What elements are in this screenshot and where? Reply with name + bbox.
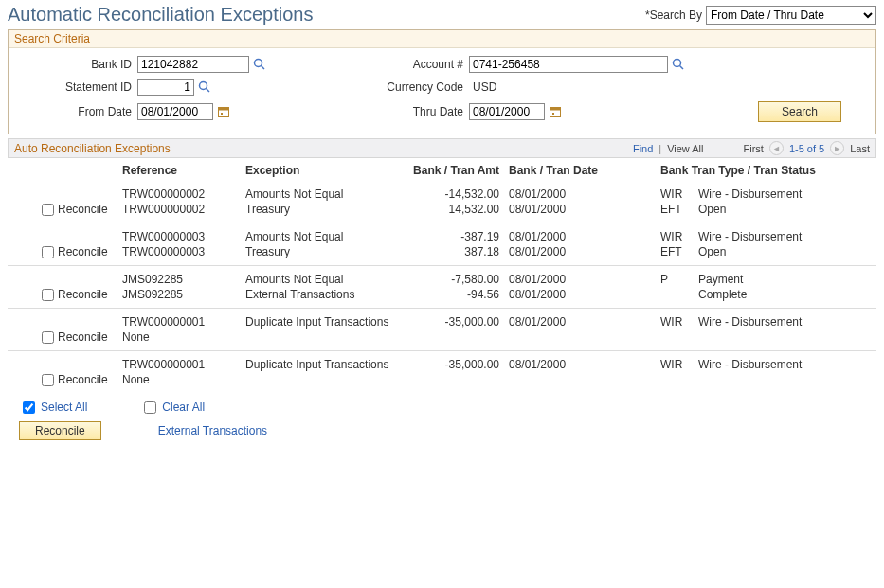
svg-point-0 bbox=[255, 60, 262, 67]
grid-view-all[interactable]: View All bbox=[667, 143, 703, 154]
cell-reference: TRW000000003 bbox=[122, 230, 245, 243]
reconcile-checkbox[interactable] bbox=[42, 374, 54, 386]
from-date-input[interactable] bbox=[137, 103, 213, 120]
grid-range: 1-5 of 5 bbox=[789, 143, 824, 154]
cell-amount: 387.18 bbox=[389, 245, 509, 258]
account-label: Account # bbox=[374, 58, 469, 71]
account-lookup-icon[interactable] bbox=[672, 58, 685, 71]
cell-exception: Amounts Not Equal bbox=[245, 230, 389, 243]
cell-date: 08/01/2000 bbox=[509, 230, 604, 243]
grid-find-link[interactable]: Find bbox=[633, 143, 653, 154]
external-transactions-link[interactable]: External Transactions bbox=[158, 424, 267, 437]
reconcile-checkbox[interactable] bbox=[42, 289, 54, 301]
cell-reference: JMS092285 bbox=[122, 273, 245, 286]
statement-id-input[interactable] bbox=[137, 79, 194, 96]
col-reference: Reference bbox=[122, 164, 245, 177]
cell-tran-type: WIR bbox=[660, 187, 698, 201]
cell-amount: -7,580.00 bbox=[389, 273, 509, 286]
search-by-label: *Search By bbox=[645, 9, 702, 22]
grid-next-icon: ► bbox=[830, 141, 844, 155]
svg-rect-8 bbox=[221, 113, 223, 115]
cell-tran-status: Payment bbox=[698, 273, 876, 286]
cell-exception: Amounts Not Equal bbox=[245, 273, 389, 286]
col-exception: Exception bbox=[245, 164, 389, 177]
cell-tran-type: EFT bbox=[660, 203, 698, 216]
select-all-checkbox[interactable] bbox=[23, 401, 35, 414]
bank-id-lookup-icon[interactable] bbox=[253, 58, 266, 71]
col-bank-tran-type-status: Bank Tran Type / Tran Status bbox=[660, 164, 876, 177]
exception-line: ReconcileNone bbox=[8, 330, 876, 345]
cell-reference: TRW000000003 bbox=[122, 245, 245, 258]
svg-point-2 bbox=[674, 60, 681, 67]
cell-reference: TRW000000002 bbox=[122, 187, 245, 201]
cell-tran-type: EFT bbox=[660, 245, 698, 258]
reconcile-label: Reconcile bbox=[58, 288, 108, 301]
from-date-label: From Date bbox=[14, 105, 137, 118]
cell-tran-type: WIR bbox=[660, 230, 698, 243]
reconcile-label: Reconcile bbox=[58, 203, 108, 216]
bank-id-input[interactable] bbox=[137, 56, 249, 73]
page-title: Automatic Reconciliation Exceptions bbox=[8, 4, 313, 26]
from-date-calendar-icon[interactable] bbox=[217, 105, 230, 118]
exception-group: TRW000000001Duplicate Input Transactions… bbox=[8, 309, 876, 351]
clear-all-link[interactable]: Clear All bbox=[162, 401, 205, 414]
reconcile-label: Reconcile bbox=[58, 245, 108, 258]
svg-line-1 bbox=[262, 66, 265, 70]
exception-group: TRW000000001Duplicate Input Transactions… bbox=[8, 351, 876, 393]
cell-amount: 14,532.00 bbox=[389, 203, 509, 216]
statement-id-lookup-icon[interactable] bbox=[198, 80, 211, 94]
cell-reference: None bbox=[122, 373, 245, 386]
cell-amount: -35,000.00 bbox=[389, 315, 509, 329]
cell-reference: TRW000000001 bbox=[122, 358, 245, 371]
cell-date: 08/01/2000 bbox=[509, 358, 604, 371]
select-all-link[interactable]: Select All bbox=[41, 401, 87, 414]
cell-reference: TRW000000002 bbox=[122, 203, 245, 216]
grid-title: Auto Reconciliation Exceptions bbox=[14, 142, 171, 155]
cell-date: 08/01/2000 bbox=[509, 315, 604, 329]
cell-amount: -387.19 bbox=[389, 230, 509, 243]
cell-tran-status: Wire - Disbursement bbox=[698, 315, 876, 329]
svg-rect-7 bbox=[219, 108, 229, 111]
cell-tran-type: WIR bbox=[660, 315, 698, 329]
clear-all-checkbox[interactable] bbox=[144, 401, 156, 414]
cell-tran-type: WIR bbox=[660, 358, 698, 371]
reconcile-button[interactable]: Reconcile bbox=[19, 421, 101, 440]
reconcile-checkbox[interactable] bbox=[42, 246, 54, 258]
bank-id-label: Bank ID bbox=[14, 58, 137, 71]
cell-tran-status: Open bbox=[698, 245, 876, 258]
svg-rect-11 bbox=[552, 113, 554, 115]
account-input[interactable] bbox=[469, 56, 668, 73]
divider: | bbox=[658, 143, 661, 154]
cell-exception: Amounts Not Equal bbox=[245, 187, 389, 201]
thru-date-input[interactable] bbox=[469, 103, 545, 120]
exception-line: ReconcileTRW000000002Treasury14,532.0008… bbox=[8, 202, 876, 217]
col-bank-tran-date: Bank / Tran Date bbox=[509, 164, 604, 177]
exception-line: ReconcileNone bbox=[8, 372, 876, 387]
currency-code-value: USD bbox=[469, 80, 496, 94]
reconcile-checkbox[interactable] bbox=[42, 331, 54, 344]
search-criteria-box: Search Criteria Bank ID Account # bbox=[8, 29, 876, 134]
search-button[interactable]: Search bbox=[758, 101, 841, 122]
svg-line-3 bbox=[680, 66, 684, 70]
statement-id-label: Statement ID bbox=[14, 80, 137, 94]
thru-date-calendar-icon[interactable] bbox=[549, 105, 562, 118]
reconcile-checkbox[interactable] bbox=[42, 204, 54, 216]
cell-tran-type: P bbox=[660, 273, 698, 286]
grid-first[interactable]: First bbox=[744, 143, 764, 154]
exception-line: ReconcileJMS092285External Transactions-… bbox=[8, 287, 876, 302]
thru-date-label: Thru Date bbox=[374, 105, 469, 118]
cell-reference: None bbox=[122, 330, 245, 344]
exception-line: TRW000000001Duplicate Input Transactions… bbox=[8, 357, 876, 372]
exception-group: TRW000000003Amounts Not Equal-387.1908/0… bbox=[8, 223, 876, 266]
cell-date: 08/01/2000 bbox=[509, 245, 604, 258]
cell-date: 08/01/2000 bbox=[509, 203, 604, 216]
search-by-select[interactable]: From Date / Thru Date bbox=[706, 6, 876, 25]
cell-amount: -35,000.00 bbox=[389, 358, 509, 371]
cell-tran-status: Wire - Disbursement bbox=[698, 358, 876, 371]
cell-exception: Treasury bbox=[245, 245, 389, 258]
cell-exception: Duplicate Input Transactions bbox=[245, 315, 389, 329]
exception-line: TRW000000003Amounts Not Equal-387.1908/0… bbox=[8, 229, 876, 244]
cell-date: 08/01/2000 bbox=[509, 288, 604, 301]
grid-last[interactable]: Last bbox=[850, 143, 870, 154]
cell-date: 08/01/2000 bbox=[509, 273, 604, 286]
